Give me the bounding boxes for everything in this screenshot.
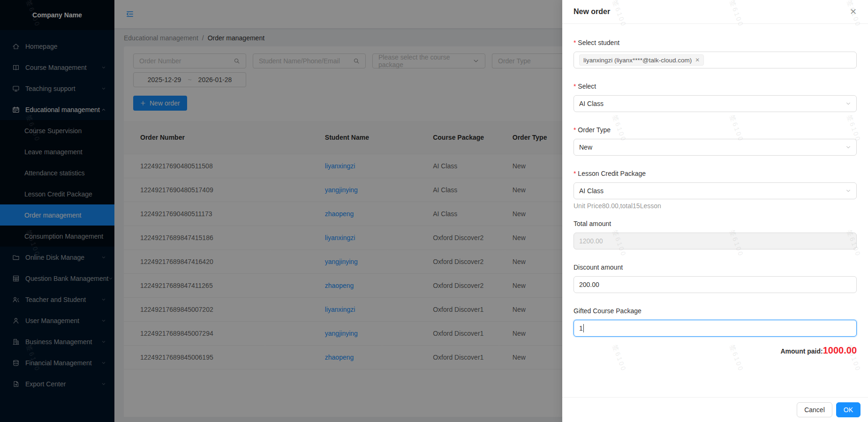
drawer-header: New order ✕ xyxy=(562,0,868,24)
lesson-credit-package-value: AI Class xyxy=(579,187,604,195)
class-select-value: AI Class xyxy=(579,100,604,107)
select-student-label: Select student xyxy=(574,38,857,47)
chevron-down-icon xyxy=(845,188,851,194)
tag-close-icon[interactable]: ✕ xyxy=(695,57,700,63)
amount-paid-label: Amount paid: xyxy=(780,347,823,355)
gifted-course-package-label: Gifted Course Package xyxy=(574,306,857,316)
gifted-course-package-value: 1 xyxy=(579,324,583,332)
total-amount-label: Total amount xyxy=(574,219,857,228)
form-item-discount-amount: Discount amount 200.00 xyxy=(574,263,857,293)
cancel-button[interactable]: Cancel xyxy=(797,402,832,417)
select-student-input[interactable]: liyanxingzi (liyanx****@talk-cloud.com) … xyxy=(574,52,857,68)
discount-amount-input[interactable]: 200.00 xyxy=(574,276,857,293)
discount-amount-label: Discount amount xyxy=(574,263,857,272)
form-item-lesson-credit-package: Lesson Credit Package AI Class Unit Pric… xyxy=(574,169,857,210)
amount-paid-row: Amount paid:1000.00 xyxy=(574,345,857,356)
drawer-body: Select student liyanxingzi (liyanx****@t… xyxy=(562,24,868,397)
unit-price-helper: Unit Price80.00,total15Lesson xyxy=(574,202,857,210)
form-item-gifted-course-package: Gifted Course Package 1 xyxy=(574,306,857,337)
chevron-down-icon xyxy=(845,101,851,106)
new-order-drawer: New order ✕ Select student liyanxingzi (… xyxy=(562,0,868,422)
chevron-down-icon xyxy=(845,144,851,150)
total-amount-input: 1200.00 xyxy=(574,233,857,249)
class-select-label: Select xyxy=(574,82,857,91)
student-tag-label: liyanxingzi (liyanx****@talk-cloud.com) xyxy=(583,57,692,64)
order-type-select-drawer[interactable]: New xyxy=(574,139,857,156)
ok-button[interactable]: OK xyxy=(836,402,860,417)
drawer-title: New order xyxy=(574,8,610,16)
drawer-footer: Cancel OK xyxy=(562,397,868,422)
total-amount-value: 1200.00 xyxy=(579,237,603,245)
text-cursor xyxy=(583,324,584,332)
order-type-label: Order Type xyxy=(574,125,857,135)
class-select[interactable]: AI Class xyxy=(574,95,857,112)
student-tag: liyanxingzi (liyanx****@talk-cloud.com) … xyxy=(579,54,704,66)
lesson-credit-package-label: Lesson Credit Package xyxy=(574,169,857,178)
form-item-total-amount: Total amount 1200.00 xyxy=(574,219,857,249)
amount-paid-value: 1000.00 xyxy=(823,345,857,355)
form-item-order-type: Order Type New xyxy=(574,125,857,156)
form-item-select-student: Select student liyanxingzi (liyanx****@t… xyxy=(574,38,857,68)
gifted-course-package-input[interactable]: 1 xyxy=(574,320,857,337)
form-item-class-select: Select AI Class xyxy=(574,82,857,112)
close-icon[interactable]: ✕ xyxy=(850,8,857,16)
discount-amount-value: 200.00 xyxy=(579,281,599,288)
lesson-credit-package-select[interactable]: AI Class xyxy=(574,182,857,199)
order-type-value: New xyxy=(579,143,592,151)
